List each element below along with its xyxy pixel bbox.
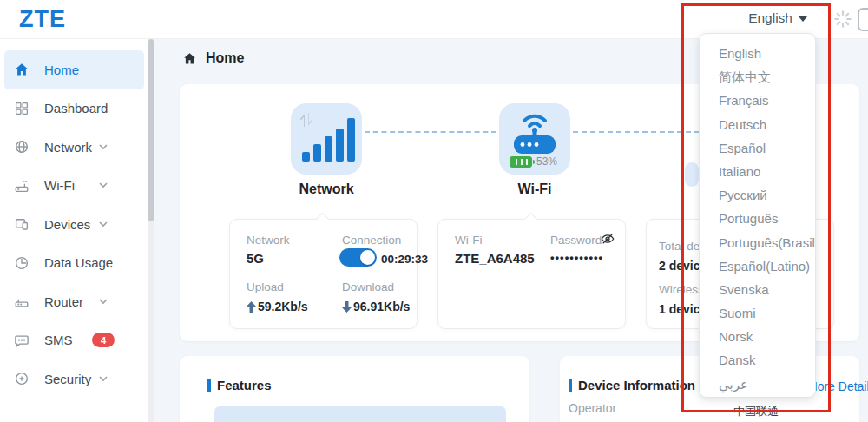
- battery-status: 53%: [510, 155, 557, 168]
- arrow-up-icon: [247, 301, 256, 313]
- dashboard-icon: [14, 101, 30, 116]
- sidebar-item-devices[interactable]: Devices: [4, 205, 144, 244]
- network-node-tile: [291, 103, 362, 175]
- wifi-node-tile: 53%: [499, 103, 570, 175]
- password-hidden-value: •••••••••••: [550, 251, 603, 264]
- card-notch: [316, 213, 330, 227]
- sidebar-item-data-usage[interactable]: Data Usage: [4, 244, 144, 283]
- signal-bars-icon: [302, 118, 355, 162]
- wifi-stat-card: Wi-Fi ZTE_A6A485 Password •••••••••••: [437, 219, 626, 329]
- sms-unread-badge: 4: [92, 333, 115, 347]
- section-accent-bar: [569, 379, 572, 392]
- sidebar-item-home[interactable]: Home: [4, 50, 144, 89]
- chevron-down-icon: [99, 376, 108, 382]
- password-visibility-toggle-icon[interactable]: [600, 231, 615, 247]
- sidebar: Home Dashboard Network Wi-Fi D: [0, 39, 148, 422]
- breadcrumb-label: Home: [206, 50, 244, 66]
- battery-icon: [510, 156, 532, 168]
- connector-dashed-line: [573, 131, 700, 133]
- sidebar-item-label: Home: [44, 63, 79, 77]
- sidebar-item-dashboard[interactable]: Dashboard: [4, 89, 144, 129]
- connection-toggle[interactable]: [339, 248, 377, 267]
- language-option[interactable]: Français: [700, 89, 815, 112]
- scrollbar[interactable]: [148, 39, 154, 422]
- arrow-down-icon: [342, 301, 352, 313]
- language-selector-label: English: [748, 10, 792, 26]
- devices-node-tile-partial: [685, 162, 699, 187]
- router-icon: [14, 293, 30, 309]
- sidebar-item-label: Network: [44, 140, 92, 155]
- language-option[interactable]: Norsk: [700, 325, 815, 348]
- download-label: Download: [342, 280, 394, 293]
- sidebar-item-network[interactable]: Network: [4, 128, 144, 167]
- language-option[interactable]: Suomi: [700, 301, 815, 325]
- network-stat-card: Network 5G Connection 00:29:33 Upload 59…: [229, 219, 418, 329]
- password-label: Password: [550, 234, 602, 247]
- sidebar-item-label: SMS: [44, 333, 73, 347]
- features-title: Features: [217, 378, 272, 392]
- sms-icon: [14, 333, 30, 348]
- data-usage-icon: [14, 255, 30, 271]
- device-information-title: Device Information: [578, 378, 695, 392]
- sidebar-item-label: Wi-Fi: [44, 178, 75, 193]
- device-information-heading: Device Information: [569, 378, 695, 392]
- security-shield-icon: [14, 371, 30, 386]
- home-icon: [14, 62, 30, 77]
- language-option[interactable]: Español: [700, 136, 815, 160]
- language-option[interactable]: Italiano: [700, 160, 815, 183]
- operator-value: 中国联通: [733, 404, 779, 419]
- device-status-icon[interactable]: [858, 8, 868, 31]
- language-option[interactable]: Dansk: [700, 348, 815, 372]
- chevron-down-icon: [99, 182, 108, 188]
- language-option[interactable]: English: [700, 42, 815, 65]
- home-icon: [182, 51, 197, 66]
- wifi-label: Wi-Fi: [455, 234, 482, 247]
- language-option[interactable]: Português: [700, 207, 815, 230]
- network-node-label: Network: [274, 181, 378, 197]
- language-option[interactable]: Español(Latino): [700, 254, 815, 278]
- sidebar-item-wifi[interactable]: Wi-Fi: [4, 167, 144, 206]
- scrollbar-thumb[interactable]: [148, 39, 154, 221]
- network-label: Network: [247, 234, 290, 247]
- language-option[interactable]: Русский: [700, 183, 815, 207]
- wireless-devices-label: Wireless: [659, 283, 704, 296]
- sidebar-item-security[interactable]: Security: [4, 359, 144, 399]
- connection-time-value: 00:29:33: [381, 253, 428, 266]
- connection-label: Connection: [342, 234, 401, 247]
- wifi-router-icon: [509, 107, 561, 161]
- loading-spinner-icon: [833, 10, 852, 29]
- wifi-ssid-value: ZTE_A6A485: [455, 251, 535, 266]
- wifi-node-label: Wi-Fi: [483, 181, 587, 197]
- language-option[interactable]: Português(Brasil): [700, 231, 815, 254]
- download-value: 96.91Kb/s: [353, 300, 410, 313]
- sidebar-item-label: Data Usage: [44, 255, 113, 270]
- language-selector[interactable]: English: [748, 10, 807, 26]
- features-banner[interactable]: [214, 406, 506, 422]
- chevron-down-icon: [99, 221, 108, 227]
- connector-dashed-line: [365, 131, 496, 133]
- features-card: Features: [180, 356, 529, 422]
- download-speed: 96.91Kb/s: [342, 300, 410, 313]
- upload-value: 59.2Kb/s: [258, 300, 308, 313]
- operator-label: Operator: [569, 401, 616, 415]
- language-option[interactable]: Deutsch: [700, 113, 815, 136]
- globe-icon: [14, 139, 30, 155]
- language-option[interactable]: Svenska: [700, 278, 815, 301]
- sidebar-item-label: Security: [44, 372, 91, 386]
- sidebar-item-router[interactable]: Router: [4, 282, 144, 321]
- breadcrumb: Home: [182, 50, 244, 66]
- upload-label: Upload: [247, 280, 284, 293]
- language-option[interactable]: 简体中文: [700, 65, 815, 89]
- network-type-value: 5G: [247, 251, 264, 266]
- zte-router-admin-page: ZTE English Home Dashboard: [0, 0, 868, 422]
- more-detail-link[interactable]: More Detail: [807, 379, 868, 393]
- battery-percentage: 53%: [536, 155, 557, 168]
- devices-icon: [14, 216, 30, 232]
- language-option[interactable]: عربي: [700, 373, 815, 396]
- upload-speed: 59.2Kb/s: [247, 300, 308, 313]
- sidebar-item-sms[interactable]: SMS 4: [4, 321, 144, 360]
- card-notch: [524, 213, 538, 227]
- toggle-knob: [360, 250, 375, 265]
- features-heading: Features: [207, 378, 272, 392]
- sidebar-item-label: Devices: [44, 217, 90, 232]
